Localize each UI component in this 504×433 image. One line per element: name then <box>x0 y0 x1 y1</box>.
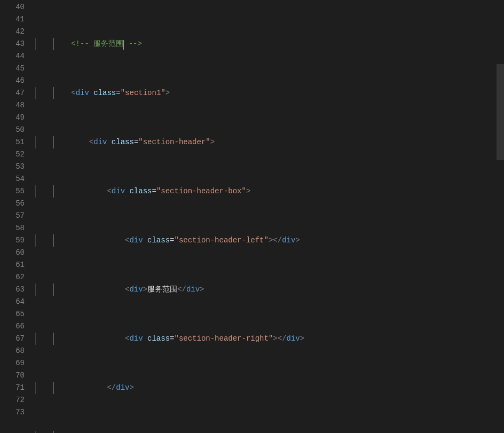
line-number: 48 <box>0 99 25 112</box>
line-number: 69 <box>0 357 25 369</box>
code-line[interactable]: <div class="section-header-box"> <box>35 185 475 198</box>
line-number: 55 <box>0 185 25 198</box>
text-cursor <box>123 40 124 50</box>
code-line[interactable]: <p class="section-header-title">our serv… <box>35 431 475 433</box>
code-line[interactable]: </div> <box>35 382 475 394</box>
line-number: 41 <box>0 13 25 26</box>
line-number: 73 <box>0 406 25 419</box>
line-number: 71 <box>0 382 25 394</box>
line-number: 67 <box>0 333 25 345</box>
line-number: 52 <box>0 148 25 161</box>
line-number: 45 <box>0 62 25 75</box>
line-number: 68 <box>0 345 25 357</box>
code-line[interactable]: <div class="section-header-left"></div> <box>35 234 475 247</box>
code-line[interactable]: <div class="section-header"> <box>35 136 475 148</box>
line-number: 40 <box>0 1 25 13</box>
line-number: 64 <box>0 296 25 308</box>
code-line[interactable]: <!-- 服务范围 --> <box>35 38 475 50</box>
line-number: 44 <box>0 50 25 62</box>
line-number: 51 <box>0 136 25 148</box>
line-number: 50 <box>0 124 25 136</box>
code-line[interactable]: <div>服务范围</div> <box>35 284 475 296</box>
line-number: 65 <box>0 308 25 320</box>
code-editor[interactable]: 40 41 42 43 44 45 46 47 48 49 50 51 52 5… <box>0 0 504 433</box>
minimap[interactable] <box>475 0 497 433</box>
line-number: 46 <box>0 75 25 87</box>
line-number: 53 <box>0 161 25 173</box>
line-number: 63 <box>0 284 25 296</box>
code-line[interactable]: <div class="section-header-right"></div> <box>35 333 475 345</box>
line-number: 72 <box>0 394 25 406</box>
line-number: 56 <box>0 198 25 210</box>
line-number: 57 <box>0 210 25 222</box>
code-content[interactable]: <!-- 服务范围 --> <div class="section1"> <di… <box>35 0 475 433</box>
line-number: 42 <box>0 26 25 38</box>
vertical-scrollbar[interactable] <box>497 0 504 433</box>
line-number: 47 <box>0 87 25 99</box>
line-number: 61 <box>0 259 25 271</box>
line-number: 70 <box>0 369 25 382</box>
scrollbar-thumb[interactable] <box>497 64 504 160</box>
line-number: 59 <box>0 234 25 247</box>
line-number: 49 <box>0 112 25 124</box>
line-number: 66 <box>0 320 25 333</box>
line-number: 43 <box>0 38 25 50</box>
line-number: 62 <box>0 271 25 284</box>
line-number-gutter: 40 41 42 43 44 45 46 47 48 49 50 51 52 5… <box>0 0 35 433</box>
line-number: 58 <box>0 222 25 234</box>
line-number: 60 <box>0 247 25 259</box>
line-number: 54 <box>0 173 25 185</box>
code-line[interactable]: <div class="section1"> <box>35 87 475 99</box>
